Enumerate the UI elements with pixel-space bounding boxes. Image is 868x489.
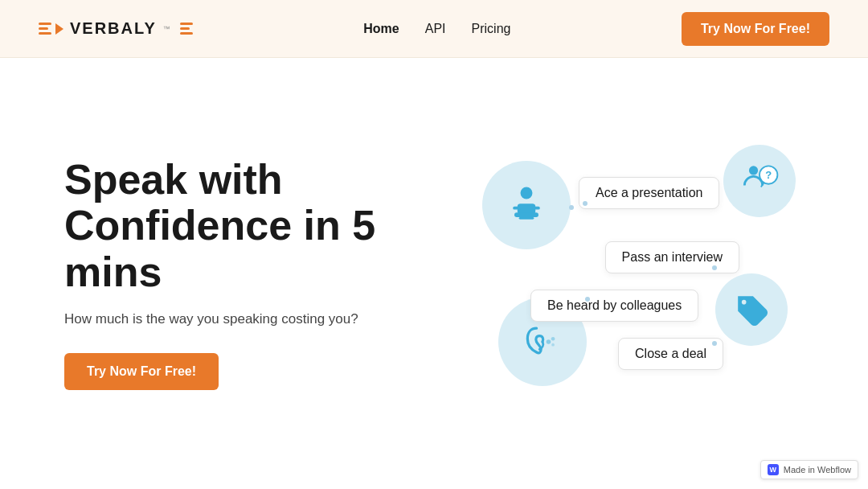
- label-deal: Close a deal: [618, 338, 723, 370]
- svg-rect-3: [519, 217, 534, 220]
- label-presentation-text: Ace a presentation: [596, 186, 702, 199]
- logo-bar-r2: [180, 27, 190, 30]
- label-presentation: Ace a presentation: [579, 177, 719, 209]
- label-interview: Pass an interview: [605, 241, 739, 273]
- logo-bar-1: [39, 23, 51, 25]
- hero-text-section: Speak with Confidence in 5 mins How much…: [64, 157, 450, 390]
- logo-bar-r3: [180, 32, 193, 35]
- logo-left-bars: [39, 23, 51, 35]
- logo-bar-r1: [180, 23, 193, 25]
- nav-cta-button[interactable]: Try Now For Free!: [682, 12, 829, 46]
- webflow-badge: W Made in Webflow: [760, 460, 858, 479]
- nav-home[interactable]: Home: [363, 22, 399, 36]
- interview-circle: ?: [723, 145, 796, 217]
- hero-title: Speak with Confidence in 5 mins: [64, 157, 450, 295]
- svg-point-0: [521, 187, 533, 199]
- label-colleagues: Be heard by colleagues: [530, 290, 698, 322]
- svg-point-10: [547, 339, 551, 344]
- svg-rect-5: [532, 207, 539, 210]
- logo-text: VERBALY: [70, 19, 157, 38]
- logo-tm: ™: [163, 25, 170, 33]
- connector-4: [585, 297, 590, 302]
- webflow-icon: W: [768, 464, 779, 475]
- hero-cta-button[interactable]: Try Now For Free!: [64, 353, 219, 390]
- webflow-badge-text: Made in Webflow: [784, 465, 851, 475]
- interview-icon: ?: [737, 158, 782, 203]
- label-deal-text: Close a deal: [635, 347, 706, 360]
- svg-point-11: [551, 337, 555, 341]
- hero-title-line1: Speak with: [64, 156, 283, 203]
- hero-illustration: Ace a presentation ? Pass an interview: [450, 97, 804, 450]
- nav-api[interactable]: API: [425, 22, 446, 36]
- logo-right-bars: [180, 23, 193, 35]
- connector-3: [712, 265, 717, 270]
- logo-icon: [39, 23, 63, 35]
- svg-rect-4: [513, 207, 520, 210]
- ear-icon: [520, 319, 565, 364]
- presenter-icon: [504, 183, 549, 228]
- logo-arrow: [55, 23, 63, 35]
- label-colleagues-text: Be heard by colleagues: [547, 298, 682, 312]
- nav-links: Home API Pricing: [363, 22, 510, 36]
- main-content: Speak with Confidence in 5 mins How much…: [0, 58, 868, 489]
- nav-api-link[interactable]: API: [425, 22, 446, 35]
- logo[interactable]: VERBALY™: [39, 19, 193, 38]
- svg-rect-2: [514, 212, 538, 217]
- hero-subtitle: How much is the way you speaking costing…: [64, 311, 450, 327]
- svg-point-13: [742, 300, 747, 305]
- tag-icon: [729, 287, 774, 332]
- nav-pricing[interactable]: Pricing: [472, 22, 511, 36]
- logo-bar-3: [39, 32, 51, 35]
- nav-home-link[interactable]: Home: [363, 22, 399, 35]
- connector-2: [583, 201, 588, 206]
- label-interview-text: Pass an interview: [622, 250, 723, 264]
- svg-point-6: [749, 166, 758, 175]
- svg-text:?: ?: [765, 169, 772, 181]
- logo-bar-2: [39, 27, 48, 30]
- connector-1: [569, 205, 574, 210]
- tag-circle: [715, 273, 788, 346]
- connector-5: [712, 341, 717, 346]
- svg-point-12: [551, 343, 555, 347]
- navbar: VERBALY™ Home API Pricing Try Now For Fr…: [0, 0, 868, 58]
- nav-pricing-link[interactable]: Pricing: [472, 22, 511, 35]
- presenter-circle: [482, 161, 571, 249]
- hero-title-line2: Confidence in 5 mins: [64, 202, 375, 294]
